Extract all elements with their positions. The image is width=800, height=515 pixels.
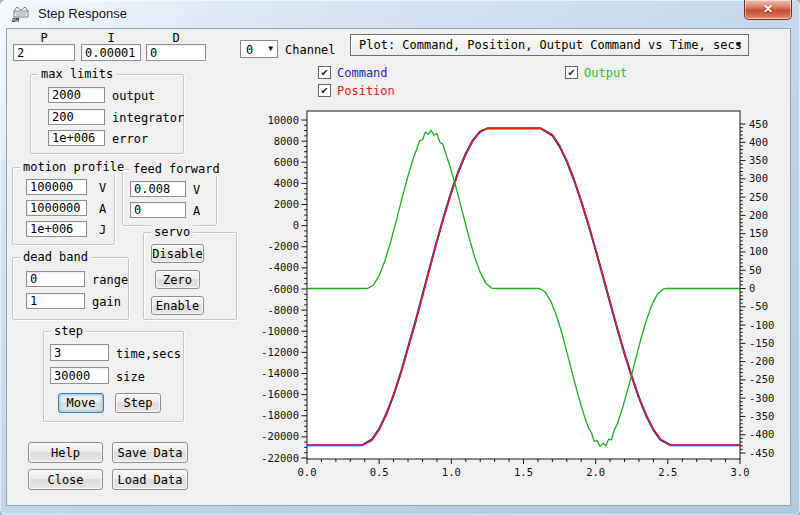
zero-button[interactable]: Zero [155,270,200,289]
ff-acceleration-label: A [193,204,200,218]
p-label: P [13,31,75,45]
group-step-title: step [51,324,86,338]
channel-select[interactable]: 0 ▼ [240,40,278,58]
p-field[interactable] [13,44,75,61]
deadband-gain-label: gain [92,295,121,309]
jerk-field[interactable] [26,221,87,237]
step-time-field[interactable] [50,344,109,361]
error-limit-label: error [112,132,148,146]
group-dead-band-title: dead band [20,250,91,264]
chevron-down-icon: ▼ [268,44,273,53]
group-servo-title: servo [151,225,193,239]
output-limit-field[interactable] [48,87,105,103]
app-icon: DM [11,5,31,23]
load-data-button[interactable]: Load Data [112,469,188,490]
close-icon: ✕ [763,2,773,16]
save-data-button[interactable]: Save Data [112,442,188,463]
deadband-gain-field[interactable] [26,293,85,309]
enable-button[interactable]: Enable [151,296,204,315]
error-limit-field[interactable] [48,130,105,146]
group-motion-profile-title: motion profile [20,160,127,174]
acceleration-label: A [99,202,106,216]
deadband-range-label: range [92,273,128,287]
output-checkbox[interactable]: ✔ [565,66,578,79]
jerk-label: J [99,223,106,237]
output-limit-label: output [112,89,155,103]
command-checkbox[interactable]: ✔ [318,66,331,79]
step-time-label: time,secs [116,347,181,361]
step-size-field[interactable] [50,367,109,384]
window-title: Step Response [38,6,127,21]
chevron-down-icon: ▼ [736,40,741,49]
integrator-limit-field[interactable] [48,109,105,125]
plot-type-value: Plot: Command, Position, Output Command … [359,38,742,52]
integrator-limit-label: integrator [112,111,184,125]
window: DM Step Response ✕ P I D 0 ▼ Channel Plo… [0,0,800,515]
channel-label: Channel [285,43,336,57]
ff-velocity-label: V [193,183,200,197]
i-label: I [81,31,141,45]
app-icon-text: DM [11,16,20,23]
i-field[interactable] [81,44,141,61]
d-label: D [146,31,206,45]
deadband-range-field[interactable] [26,271,85,287]
move-button[interactable]: Move [58,393,104,413]
ff-acceleration-field[interactable] [130,202,186,218]
close-button[interactable]: Close [28,469,103,490]
acceleration-field[interactable] [26,200,87,216]
velocity-label: V [99,181,106,195]
help-button[interactable]: Help [28,442,103,463]
step-button[interactable]: Step [115,393,161,413]
command-checkbox-label: Command [337,66,388,80]
group-feed-forward-title: feed forward [130,162,223,176]
title-bar[interactable]: DM Step Response ✕ [0,0,800,28]
group-max-limits-title: max limits [38,67,116,81]
disable-button[interactable]: Disable [151,244,204,263]
close-window-button[interactable]: ✕ [744,0,792,20]
position-checkbox-label: Position [337,84,395,98]
ff-velocity-field[interactable] [130,181,186,197]
d-field[interactable] [146,44,206,61]
group-dead-band: dead band [12,257,129,320]
output-checkbox-label: Output [584,66,627,80]
channel-value: 0 [246,43,253,57]
plot-type-select[interactable]: Plot: Command, Position, Output Command … [350,34,749,56]
step-size-label: size [116,370,145,384]
position-checkbox[interactable]: ✔ [318,84,331,97]
velocity-field[interactable] [26,179,87,195]
